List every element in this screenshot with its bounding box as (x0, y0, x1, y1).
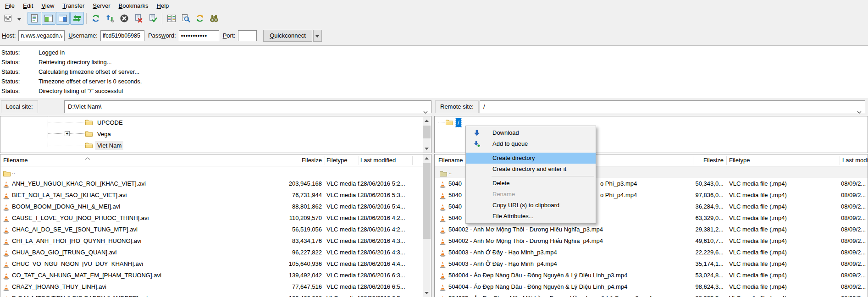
quickconnect-button[interactable]: Quickconnect (263, 30, 312, 42)
file-row[interactable]: 504002 - Anh Mơ Mộng Thôi - Dương Hiếu N… (435, 224, 868, 235)
filename-filters-button[interactable] (179, 12, 193, 25)
file-row[interactable]: 504004 - Áo Đẹp Nàng Dâu - Đông Nguyên &… (435, 270, 868, 281)
file-row[interactable]: 504003 - Anh Ở Đây - Hạo Minh_p3.mp422,2… (435, 247, 868, 258)
menu-view[interactable]: View (37, 1, 58, 11)
column-divider[interactable] (726, 156, 727, 165)
file-row[interactable]: 504004 - Áo Đẹp Nàng Dâu - Đông Nguyên &… (435, 281, 868, 292)
tree-item-root[interactable]: / (456, 118, 461, 127)
column-divider[interactable] (693, 156, 693, 165)
expand-icon[interactable]: + (65, 131, 70, 136)
menu-file[interactable]: File (1, 1, 19, 11)
filesize-text: 139,492,042 (0, 270, 322, 281)
scroll-down-icon[interactable] (423, 289, 431, 297)
file-row[interactable]: D.C.M.A [TOC TIEN & BIG DADDY & ANDREE].… (0, 292, 431, 297)
column-header-last-modified[interactable]: Last modified (842, 157, 868, 164)
file-row[interactable]: CRAZY_[HOANG_THUY_LINH].avi77,647,516VLC… (0, 281, 431, 292)
column-header-filename[interactable]: Filename (438, 157, 463, 164)
tree-item-upcode[interactable]: UPCODE (95, 118, 125, 127)
context-menu-item-delete[interactable]: Delete (466, 178, 596, 189)
file-row[interactable]: 504002 - Anh Mơ Mộng Thôi - Dương Hiếu N… (435, 235, 868, 247)
username-label: Username: (68, 32, 98, 39)
filesize-text: 203,945,168 (0, 178, 322, 189)
file-row[interactable]: 504005 - Áo Em Chưa Mặc Một Lần - Dương … (435, 292, 868, 297)
search-button[interactable] (207, 12, 221, 25)
context-menu-item-download[interactable]: Download (466, 127, 596, 138)
file-row[interactable]: .. (0, 166, 431, 178)
column-header-filesize[interactable]: Filesize (257, 157, 322, 164)
toggle-local-tree-button[interactable] (42, 12, 55, 25)
disconnect-button[interactable] (132, 12, 145, 25)
scrollbar-thumb[interactable] (423, 126, 431, 138)
sort-ascending-icon (85, 154, 90, 161)
folder-icon (85, 119, 93, 126)
menu-help[interactable]: Help (153, 1, 173, 11)
port-input[interactable] (238, 30, 257, 41)
scroll-up-icon[interactable] (423, 117, 431, 125)
filetype-text: VLC media file (.mp4) (729, 247, 787, 258)
log-message: Retrieving directory listing... (39, 59, 112, 66)
toggle-remote-tree-button[interactable] (56, 12, 70, 25)
toggle-transfer-queue-button[interactable] (70, 12, 84, 25)
quickconnect-dropdown-button[interactable] (313, 30, 322, 42)
local-tree-scrollbar[interactable] (423, 117, 431, 153)
menu-bookmarks[interactable]: Bookmarks (115, 1, 153, 11)
file-row[interactable]: CHUC_VO_NGU_NGON_[VU_DUY_KHANH].avi105,6… (0, 258, 431, 270)
column-header-filetype[interactable]: Filetype (729, 157, 750, 164)
column-header-filesize[interactable]: Filesize (652, 157, 724, 164)
site-manager-dropdown[interactable] (16, 12, 22, 25)
column-divider[interactable] (325, 156, 325, 165)
local-list-scrollbar[interactable] (423, 154, 431, 297)
reconnect-button[interactable] (146, 12, 160, 25)
tree-item-viet-nam[interactable]: Viet Nam (95, 141, 123, 150)
file-row[interactable]: 504003 - Anh Ở Đây - Hạo Minh_p4.mp435,1… (435, 258, 868, 270)
column-divider[interactable] (359, 156, 359, 165)
scroll-down-icon[interactable] (423, 145, 431, 153)
column-header-filename[interactable]: Filename (3, 157, 28, 164)
log-message: Timezone offset of server is 0 seconds. (39, 78, 142, 85)
context-menu-item-file-attributes[interactable]: File Attributes... (466, 211, 596, 222)
column-divider[interactable] (301, 156, 301, 165)
context-menu-item-create-directory-and-enter-it[interactable]: Create directory and enter it (466, 164, 596, 175)
file-row[interactable]: CO_TAT_CA_NHUNG_MAT_EM_[PHAM_TRUONG].avi… (0, 270, 431, 281)
process-queue-button[interactable] (103, 12, 117, 25)
scrollbar-thumb[interactable] (423, 163, 431, 239)
file-row[interactable]: ANH_YEU_NGUOI_KHAC_ROI_[KHAC_VIET].avi20… (0, 178, 431, 189)
site-manager-button[interactable] (1, 12, 15, 25)
log-panel-icon (30, 14, 39, 23)
tree-item-vega[interactable]: Vega (95, 130, 113, 138)
toggle-message-log-button[interactable] (28, 12, 41, 25)
filesize-text: 98,624,3... (435, 281, 724, 292)
synchronized-browsing-button[interactable] (193, 12, 207, 25)
filetype-text: VLC media f... (326, 281, 364, 292)
file-row[interactable]: CHAC_AI_DO_SE_VE_[SON_TUNG_MTP].avi56,51… (0, 224, 431, 235)
file-row[interactable]: BIET_NOI_LA_TAI_SAO_[KHAC_VIET].avi76,73… (0, 189, 431, 201)
remote-site-combobox[interactable]: / (480, 100, 865, 113)
file-row[interactable]: CAUSE_I_LOVE_YOU_[NOO_PHUOC_THINH].avi11… (0, 212, 431, 224)
column-divider[interactable] (412, 156, 413, 165)
local-site-combobox[interactable]: D:\Viet Nam\ (64, 100, 431, 113)
scroll-up-icon[interactable] (423, 154, 431, 162)
column-divider[interactable] (840, 156, 840, 165)
context-menu-item-add-to-queue[interactable]: Add to queue (466, 138, 596, 149)
port-label: Port: (223, 32, 235, 39)
cancel-operation-button[interactable] (117, 12, 131, 25)
refresh-button[interactable] (89, 12, 103, 25)
process-queue-icon (105, 14, 115, 23)
directory-comparison-button[interactable] (165, 12, 178, 25)
last-modified-text: 28/06/2016 5:2... (360, 178, 405, 189)
cancel-icon (120, 14, 129, 23)
column-header-filetype[interactable]: Filetype (326, 157, 348, 164)
file-row[interactable]: CHUA_BAO_GIO_[TRUNG_QUAN].avi96,227,822V… (0, 247, 431, 258)
context-menu-item-create-directory[interactable]: Create directory (466, 153, 596, 164)
last-modified-text: 08/09/2... (841, 270, 866, 281)
file-row[interactable]: BOOM_BOOM_[DONG_NHI_&_MEI].avi88,801,862… (0, 201, 431, 212)
context-menu-item-copy-url-s-to-clipboard[interactable]: Copy URL(s) to clipboard (466, 200, 596, 211)
column-header-last-modified[interactable]: Last modified (360, 157, 396, 164)
password-input[interactable] (179, 30, 219, 41)
menu-server[interactable]: Server (88, 1, 114, 11)
username-input[interactable] (100, 30, 144, 41)
host-input[interactable] (18, 30, 65, 41)
menu-transfer[interactable]: Transfer (58, 1, 88, 11)
menu-edit[interactable]: Edit (19, 1, 37, 11)
file-row[interactable]: CHI_LA_ANH_THOI_[HO_QUYNH_HUONG].avi83,4… (0, 235, 431, 247)
